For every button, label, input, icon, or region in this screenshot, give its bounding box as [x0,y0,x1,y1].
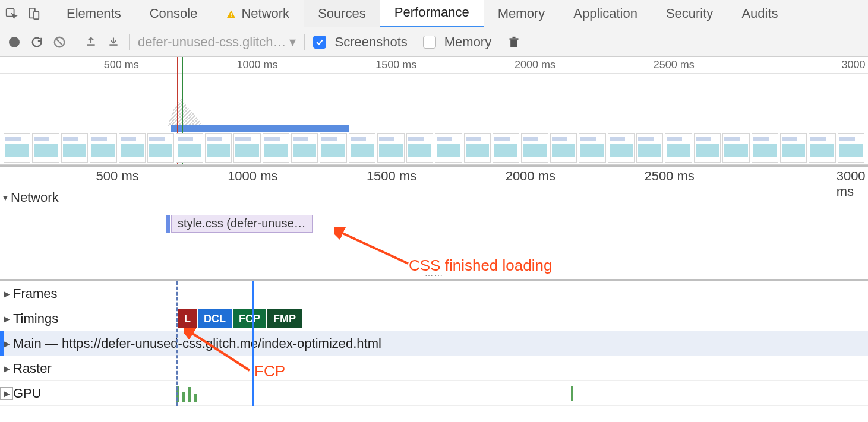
ruler-tick: 2000 ms [506,169,555,184]
filmstrip-frame[interactable] [32,133,59,163]
filmstrip-frame[interactable] [665,133,692,163]
raster-track[interactable]: ▶ Raster [0,356,868,381]
filmstrip-frame[interactable] [119,133,146,163]
filmstrip-frame[interactable] [176,133,203,163]
timing-badge-load[interactable]: L [178,309,198,328]
tab-sources[interactable]: Sources [304,0,380,27]
gpu-track[interactable]: ▶ GPU [0,381,868,406]
tab-audits[interactable]: Audits [727,0,792,27]
selection-bar[interactable] [171,125,349,132]
filmstrip-frame[interactable] [780,133,807,163]
network-request-queue [166,215,170,233]
filmstrip-frame[interactable] [90,133,116,163]
filmstrip-frame[interactable] [694,133,721,163]
detail-ruler: 500 ms 1000 ms 1500 ms 2000 ms 2500 ms 3… [0,167,868,185]
filmstrip-frame[interactable] [406,133,433,163]
svg-rect-9 [510,38,519,40]
inspect-icon[interactable] [0,0,23,27]
filmstrip-frame[interactable] [291,133,318,163]
save-profile-button[interactable] [106,35,121,49]
svg-rect-8 [510,39,517,47]
ruler-tick: 3000 [842,59,866,71]
divider [304,34,305,50]
reload-button[interactable] [30,35,44,49]
ruler-tick: 2000 ms [515,59,555,71]
frames-track[interactable]: ▶ Frames [0,281,868,306]
filmstrip-frame[interactable] [636,133,663,163]
filmstrip-frame[interactable] [147,133,174,163]
garbage-collect-button[interactable] [507,35,521,49]
tab-application[interactable]: Application [559,0,652,27]
main-track-indicator [0,331,4,356]
memory-label: Memory [444,34,491,50]
collapse-icon: ▼ [0,193,11,202]
tab-elements[interactable]: Elements [52,0,135,27]
svg-rect-3 [231,13,232,16]
timing-badge-dcl[interactable]: DCL [198,309,233,328]
chevron-down-icon: ▾ [289,34,296,50]
tab-label: Network [241,6,289,21]
tab-network[interactable]: Network [212,0,304,27]
filmstrip-frame[interactable] [233,133,260,163]
filmstrip-frame[interactable] [435,133,462,163]
filmstrip-frame[interactable] [521,133,548,163]
network-track-body[interactable]: style.css (defer-unuse… ⋯⋯ [0,210,868,281]
network-request[interactable]: style.css (defer-unuse… [171,215,313,233]
memory-checkbox[interactable] [423,36,436,49]
load-profile-button[interactable] [84,35,98,49]
tab-memory[interactable]: Memory [484,0,559,27]
filmstrip-frame[interactable] [205,133,232,163]
filmstrip-frame[interactable] [263,133,289,163]
warn-icon [226,8,236,19]
tab-label: Sources [318,6,366,21]
tab-label: Performance [394,5,469,20]
filmstrip-frame[interactable] [349,133,375,163]
filmstrip-frame[interactable] [752,133,778,163]
filmstrip-frame[interactable] [4,133,30,163]
recording-name: defer-unused-css.glitch… [138,34,286,50]
network-track-header[interactable]: ▼ Network [0,185,868,210]
tab-console[interactable]: Console [135,0,212,27]
network-request-label: style.css (defer-unuse… [178,217,306,230]
filmstrip-frame[interactable] [608,133,635,163]
overview-ruler: 500 ms 1000 ms 1500 ms 2000 ms 2500 ms 3… [0,57,868,74]
expand-icon: ▶ [0,387,13,400]
expand-icon: ▶ [0,364,13,373]
ruler-tick: 500 ms [96,169,139,184]
main-track[interactable]: ▶ Main — https://defer-unused-css.glitch… [0,331,868,356]
tab-label: Memory [498,6,545,21]
filmstrip-frame[interactable] [61,133,88,163]
clear-button[interactable] [52,35,67,49]
tab-label: Security [666,6,713,21]
overview-timeline[interactable]: 500 ms 1000 ms 1500 ms 2000 ms 2500 ms 3… [0,57,868,165]
filmstrip-frame[interactable] [493,133,519,163]
tab-security[interactable]: Security [652,0,727,27]
resize-handle-icon[interactable]: ⋯⋯ [425,271,444,280]
divider [75,34,75,50]
filmstrip-frame[interactable] [377,133,404,163]
tab-performance[interactable]: Performance [380,0,484,27]
raster-label: Raster [13,361,52,376]
gpu-activity [571,386,573,401]
filmstrip-frame[interactable] [809,133,835,163]
filmstrip-frame[interactable] [579,133,605,163]
timing-badge-fmp[interactable]: FMP [267,309,303,328]
filmstrip-frame[interactable] [838,133,864,163]
tab-label: Application [573,6,637,21]
filmstrip-frame[interactable] [464,133,491,163]
filmstrip [4,133,864,163]
recording-select[interactable]: defer-unused-css.glitch… ▾ [138,34,296,50]
filmstrip-frame[interactable] [320,133,346,163]
svg-rect-10 [513,36,516,38]
filmstrip-frame[interactable] [722,133,749,163]
timings-track[interactable]: ▶ Timings L DCL FCP FMP [0,306,868,331]
screenshots-checkbox[interactable] [313,36,326,49]
timing-badge-fcp[interactable]: FCP [233,309,267,328]
network-track-label: Network [11,190,59,205]
playhead-marker[interactable] [252,281,254,406]
filmstrip-frame[interactable] [550,133,577,163]
tab-label: Console [150,6,198,21]
device-icon[interactable] [23,0,45,27]
record-button[interactable] [7,35,21,49]
detail-panel: 500 ms 1000 ms 1500 ms 2000 ms 2500 ms 3… [0,165,868,281]
